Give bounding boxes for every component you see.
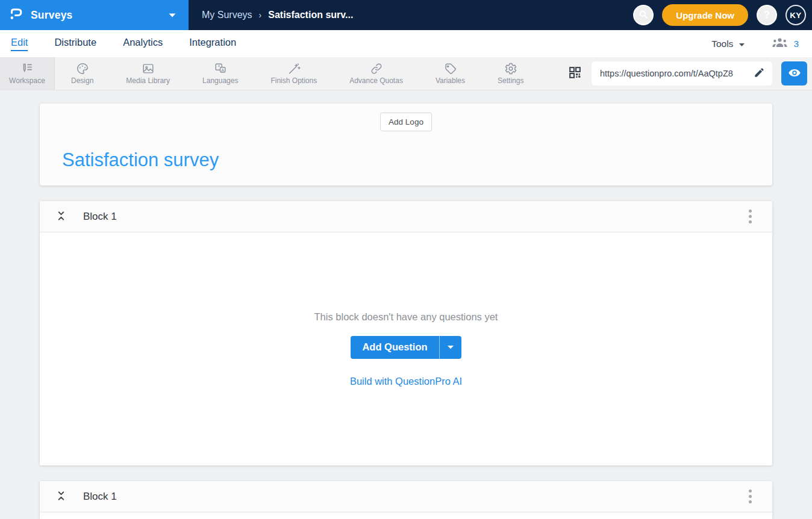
toolbar-item-label: Settings [498, 76, 523, 85]
add-question-split-button: Add Question [351, 336, 461, 359]
preview-button[interactable] [781, 61, 807, 85]
block-menu-button[interactable] [746, 487, 754, 506]
kebab-icon [749, 489, 752, 503]
breadcrumb: My Surveys › Satisfaction surv... [202, 10, 353, 20]
toolbar-item-advance-quotas[interactable]: Advance Quotas [333, 57, 419, 90]
collaborators-count: 3 [793, 39, 799, 49]
qr-code-icon [567, 65, 582, 82]
search-button[interactable] [633, 5, 654, 25]
collapse-icon [57, 490, 66, 503]
product-switcher[interactable]: Surveys [0, 0, 189, 30]
kebab-icon [749, 210, 752, 223]
questionpro-logo-icon [8, 6, 24, 24]
qr-code-button[interactable] [567, 65, 582, 82]
survey-block: Block 1 This block doesn't have any ques… [40, 201, 772, 465]
toolbar-item-variables[interactable]: Variables [419, 57, 481, 90]
build-with-ai-link[interactable]: Build with QuestionPro AI [350, 376, 462, 387]
tab-analytics[interactable]: Analytics [123, 37, 163, 51]
block-menu-button[interactable] [746, 207, 754, 226]
toolbar-item-label: Finish Options [270, 76, 317, 85]
eye-icon [788, 66, 801, 81]
survey-block: Block 1 [40, 481, 772, 519]
section-tab-bar: Edit Distribute Analytics Integration To… [0, 30, 812, 57]
product-name: Surveys [31, 9, 73, 22]
toolbar-item-label: Media Library [126, 76, 170, 85]
settings-icon [504, 62, 518, 75]
svg-text:A: A [221, 67, 224, 73]
toolbar-item-label: Variables [436, 76, 465, 85]
block-title[interactable]: Block 1 [83, 491, 117, 503]
help-button[interactable]: ? [757, 5, 777, 25]
collapse-icon [57, 210, 66, 223]
tab-integration[interactable]: Integration [189, 37, 236, 51]
block-title[interactable]: Block 1 [83, 211, 117, 223]
toolbar-item-label: Advance Quotas [349, 76, 403, 85]
breadcrumb-current: Satisfaction surv... [268, 10, 353, 20]
languages-icon: *A [213, 62, 228, 75]
toolbar-item-label: Workspace [9, 76, 45, 85]
chevron-down-icon [447, 343, 454, 352]
media-library-icon [141, 62, 155, 75]
chevron-down-icon [739, 39, 745, 49]
toolbar-item-design[interactable]: Design [55, 57, 110, 90]
top-bar: Surveys My Surveys › Satisfaction surv..… [0, 0, 812, 30]
block-header: Block 1 [40, 201, 772, 232]
add-question-dropdown[interactable] [439, 336, 461, 359]
breadcrumb-separator: › [259, 10, 262, 20]
finish-options-icon [287, 62, 301, 75]
add-question-button[interactable]: Add Question [351, 336, 439, 359]
survey-toolbar: Workspace Design Media Library *A Langua… [0, 57, 812, 90]
pencil-icon [754, 67, 765, 80]
search-icon [638, 9, 649, 22]
tab-edit[interactable]: Edit [11, 37, 28, 51]
tab-distribute[interactable]: Distribute [54, 37, 96, 51]
design-icon [75, 62, 90, 75]
survey-editor-canvas: Add Logo Satisfaction survey Block 1 Thi… [0, 90, 812, 519]
upgrade-now-button[interactable]: Upgrade Now [662, 4, 748, 26]
survey-title[interactable]: Satisfaction survey [62, 149, 219, 171]
top-bar-actions: Upgrade Now ? KY [633, 4, 812, 26]
survey-url-box [592, 61, 772, 85]
user-avatar[interactable]: KY [785, 5, 806, 25]
chevron-down-icon [168, 10, 176, 20]
tools-menu[interactable]: Tools [711, 39, 745, 49]
toolbar-item-workspace[interactable]: Workspace [0, 57, 55, 90]
variables-icon [443, 62, 457, 75]
toolbar-item-languages[interactable]: *A Languages [186, 57, 254, 90]
collapse-block-button[interactable] [57, 490, 66, 503]
group-icon [772, 37, 788, 50]
survey-url-input[interactable] [600, 69, 752, 78]
tab-bar-actions: Tools 3 [711, 37, 799, 50]
toolbar-item-finish-options[interactable]: Finish Options [254, 57, 333, 90]
tools-menu-label: Tools [711, 39, 733, 49]
workspace-icon [20, 62, 34, 75]
block-body: This block doesn't have any questions ye… [40, 232, 772, 465]
block-empty-message: This block doesn't have any questions ye… [314, 311, 498, 323]
survey-header-card: Add Logo Satisfaction survey [40, 104, 772, 185]
toolbar-share-tools [567, 57, 812, 90]
collaborators-indicator[interactable]: 3 [772, 37, 799, 50]
toolbar-item-label: Design [71, 76, 93, 85]
toolbar-item-media-library[interactable]: Media Library [110, 57, 186, 90]
collapse-block-button[interactable] [57, 210, 66, 223]
edit-url-button[interactable] [752, 66, 766, 81]
block-header: Block 1 [40, 481, 772, 512]
breadcrumb-my-surveys[interactable]: My Surveys [202, 10, 252, 20]
add-logo-button[interactable]: Add Logo [380, 113, 432, 131]
toolbar-item-settings[interactable]: Settings [481, 57, 540, 90]
toolbar-item-label: Languages [202, 76, 238, 85]
block-body [40, 512, 772, 519]
advance-quotas-icon [369, 62, 384, 75]
